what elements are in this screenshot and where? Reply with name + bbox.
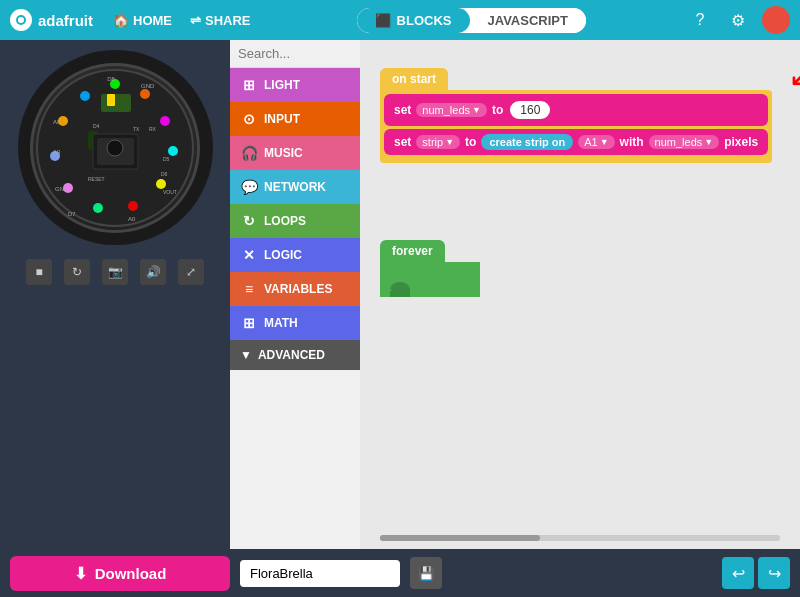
fullscreen-button[interactable]: ⤢ [178, 259, 204, 285]
loops-icon: ↻ [240, 212, 258, 230]
save-button[interactable]: 💾 [410, 557, 442, 589]
num-leds2-text: num_leds [655, 136, 703, 148]
svg-point-1 [18, 17, 24, 23]
category-label-music: MUSIC [264, 146, 303, 160]
num-leds-text: num_leds [422, 104, 470, 116]
svg-text:A0: A0 [128, 216, 136, 222]
workspace-scrollbar[interactable] [380, 535, 780, 541]
category-btn-logic[interactable]: ✕ LOGIC [230, 238, 360, 272]
logo: adafruit [10, 9, 93, 31]
svg-point-9 [160, 116, 170, 126]
num-leds-dropdown2[interactable]: num_leds ▼ [649, 135, 720, 149]
input-icon: ⊙ [240, 110, 258, 128]
strip-dropdown[interactable]: strip ▼ [416, 135, 460, 149]
logo-icon [10, 9, 32, 31]
device-controls: ■ ↻ 📷 🔊 ⤢ [26, 259, 204, 285]
share-nav-item[interactable]: ⇌ SHARE [184, 13, 257, 28]
screenshot-button[interactable]: 📷 [102, 259, 128, 285]
undo-icon: ↩ [732, 564, 745, 583]
device-preview: D8 GND A9 A8 GND A0 D7 RESET TX RX D5 D4… [18, 50, 213, 245]
category-btn-math[interactable]: ⊞ MATH [230, 306, 360, 340]
category-btn-input[interactable]: ⊙ INPUT [230, 102, 360, 136]
category-label-logic: LOGIC [264, 248, 302, 262]
workspace-scrollbar-thumb[interactable] [380, 535, 540, 541]
refresh-button[interactable]: ↻ [64, 259, 90, 285]
a1-text: A1 [584, 136, 597, 148]
svg-text:D8: D8 [107, 76, 115, 82]
download-label: Download [95, 565, 167, 582]
undo-button[interactable]: ↩ [722, 557, 754, 589]
a1-dropdown-arrow-icon: ▼ [600, 137, 609, 147]
svg-point-10 [168, 146, 178, 156]
category-label-input: INPUT [264, 112, 300, 126]
audio-button[interactable]: 🔊 [140, 259, 166, 285]
a1-dropdown[interactable]: A1 ▼ [578, 135, 614, 149]
svg-point-12 [128, 201, 138, 211]
svg-text:A9: A9 [53, 149, 61, 155]
header-right: ? ⚙ [686, 6, 790, 34]
tab-javascript[interactable]: JAVASCRIPT [470, 8, 586, 33]
share-icon: ⇌ [190, 13, 201, 28]
svg-point-13 [93, 203, 103, 213]
search-input[interactable] [238, 46, 360, 61]
svg-point-8 [140, 89, 150, 99]
pixels-label: pixels [724, 135, 758, 149]
header: adafruit 🏠 HOME ⇌ SHARE ⬛ BLOCKS JAVASCR… [0, 0, 800, 40]
category-btn-light[interactable]: ⊞ LIGHT [230, 68, 360, 102]
tab-blocks-label: BLOCKS [397, 13, 452, 28]
category-label-light: LIGHT [264, 78, 300, 92]
num-leds-dropdown[interactable]: num_leds ▼ [416, 103, 487, 117]
device-board: D8 GND A9 A8 GND A0 D7 RESET TX RX D5 D4… [30, 63, 200, 233]
svg-text:A8: A8 [53, 119, 61, 125]
undo-redo-controls: ↩ ↪ [722, 557, 790, 589]
category-btn-loops[interactable]: ↻ LOOPS [230, 204, 360, 238]
settings-button[interactable]: ⚙ [724, 6, 752, 34]
num-leds2-dropdown-arrow-icon: ▼ [704, 137, 713, 147]
tab-blocks[interactable]: ⬛ BLOCKS [357, 8, 470, 33]
category-label-variables: VARIABLES [264, 282, 332, 296]
category-btn-network[interactable]: 💬 NETWORK [230, 170, 360, 204]
num-leds-value[interactable]: 160 [508, 99, 552, 121]
bottom-bar: ⬇ Download 💾 ↩ ↪ [0, 549, 800, 597]
category-btn-music[interactable]: 🎧 MUSIC [230, 136, 360, 170]
home-icon: 🏠 [113, 13, 129, 28]
forever-header: forever [380, 240, 445, 262]
svg-text:RESET: RESET [88, 176, 105, 182]
forever-block-group: forever [380, 240, 480, 297]
forever-label: forever [392, 244, 433, 258]
download-button[interactable]: ⬇ Download [10, 556, 230, 591]
share-label: SHARE [205, 13, 251, 28]
help-button[interactable]: ? [686, 6, 714, 34]
project-name-input[interactable] [240, 560, 400, 587]
to-label: to [492, 103, 503, 117]
music-icon: 🎧 [240, 144, 258, 162]
svg-rect-3 [101, 94, 131, 112]
left-panel: D8 GND A9 A8 GND A0 D7 RESET TX RX D5 D4… [0, 40, 230, 549]
home-nav-item[interactable]: 🏠 HOME [107, 13, 178, 28]
set-num-leds-block[interactable]: set num_leds ▼ to 160 ➜ [384, 94, 768, 126]
save-icon: 💾 [418, 566, 435, 581]
avatar[interactable] [762, 6, 790, 34]
red-arrow-indicator: ➜ [784, 63, 800, 94]
search-container: 🔍 [230, 40, 360, 68]
download-icon: ⬇ [74, 564, 87, 583]
strip-dropdown-arrow-icon: ▼ [445, 137, 454, 147]
category-btn-variables[interactable]: ≡ VARIABLES [230, 272, 360, 306]
advanced-button[interactable]: ▼ ADVANCED [230, 340, 360, 370]
svg-rect-33 [107, 94, 115, 106]
svg-point-11 [156, 179, 166, 189]
svg-text:D7: D7 [68, 211, 76, 217]
redo-button[interactable]: ↪ [758, 557, 790, 589]
set-label2: set [394, 135, 411, 149]
strip-text: strip [422, 136, 443, 148]
category-label-network: NETWORK [264, 180, 326, 194]
set-strip-block[interactable]: set strip ▼ to create strip on A1 ▼ with [384, 129, 768, 155]
svg-point-25 [107, 140, 123, 156]
forever-body[interactable] [380, 262, 480, 297]
create-strip-label: create strip on [481, 134, 573, 150]
category-label-math: MATH [264, 316, 298, 330]
on-start-body: set num_leds ▼ to 160 ➜ set s [380, 90, 772, 163]
workspace[interactable]: on start set num_leds ▼ to 160 ➜ [360, 40, 800, 549]
stop-button[interactable]: ■ [26, 259, 52, 285]
svg-text:D6: D6 [161, 171, 168, 177]
